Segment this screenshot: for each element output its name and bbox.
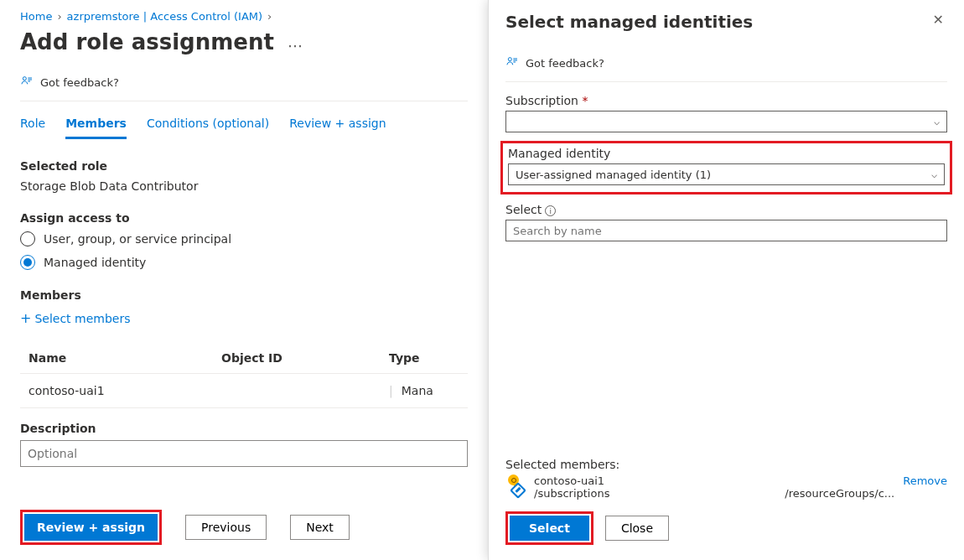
radio-label: Managed identity (44, 256, 146, 269)
feedback-link[interactable]: Got feedback? (20, 75, 468, 101)
breadcrumb: Home › azrpremstore | Access Control (IA… (20, 10, 468, 23)
selected-members-label: Selected members: (505, 458, 947, 471)
main-page: Home › azrpremstore | Access Control (IA… (0, 0, 488, 560)
feedback-icon (20, 75, 34, 91)
tab-members[interactable]: Members (65, 117, 127, 139)
select-managed-identities-flyout: Select managed identities ✕ Got feedback… (488, 0, 964, 560)
tab-conditions[interactable]: Conditions (optional) (147, 117, 269, 139)
member-path-subscriptions: /subscriptions (534, 487, 609, 500)
tab-role[interactable]: Role (20, 117, 45, 139)
col-name: Name (20, 351, 221, 365)
feedback-label: Got feedback? (526, 57, 604, 70)
select-button[interactable]: Select (510, 516, 589, 541)
select-label: Selecti (505, 203, 947, 216)
chevron-down-icon: ⌵ (934, 116, 940, 127)
highlight-review-assign: Review + assign (20, 510, 162, 545)
feedback-icon (505, 55, 519, 71)
col-object-id: Object ID (221, 351, 389, 365)
managed-identity-value: User-assigned managed identity (1) (516, 169, 711, 181)
member-path-resource-groups: /resourceGroups/c... (785, 487, 894, 500)
review-assign-button[interactable]: Review + assign (24, 514, 158, 541)
plus-icon: + (20, 310, 31, 326)
previous-button[interactable]: Previous (185, 515, 267, 540)
radio-icon (20, 255, 35, 270)
radio-managed-identity[interactable]: Managed identity (20, 255, 468, 270)
members-table-header: Name Object ID Type (20, 343, 468, 374)
managed-identity-label: Managed identity (508, 147, 945, 160)
flyout-header: Select managed identities ✕ (505, 12, 947, 32)
left-footer-buttons: Review + assign Previous Next (20, 510, 350, 545)
flyout-footer-buttons: Select Close (505, 511, 669, 545)
radio-user-group-sp[interactable]: User, group, or service principal (20, 231, 468, 246)
next-button[interactable]: Next (290, 515, 350, 540)
required-asterisk: * (582, 94, 588, 107)
select-members-text: Select members (34, 312, 130, 325)
radio-icon (20, 231, 35, 246)
selected-role-label: Selected role (20, 159, 468, 173)
page-title: Add role assignment (20, 29, 274, 54)
managed-identity-icon (505, 474, 526, 495)
feedback-label: Got feedback? (40, 76, 119, 89)
remove-member-link[interactable]: Remove (903, 474, 947, 487)
selected-members-area: Selected members: contoso-uai1 /subscrip… (505, 458, 947, 500)
col-type: Type (389, 351, 468, 365)
table-row[interactable]: contoso-uai1 |Mana (20, 374, 468, 408)
radio-label: User, group, or service principal (44, 232, 231, 246)
cell-type: |Mana (389, 384, 468, 397)
close-button[interactable]: Close (605, 516, 669, 541)
subscription-dropdown[interactable]: ⌵ (505, 111, 947, 132)
chevron-down-icon: ⌵ (931, 169, 937, 180)
info-icon[interactable]: i (545, 205, 556, 216)
flyout-title: Select managed identities (505, 12, 753, 32)
tabs: Role Members Conditions (optional) Revie… (20, 117, 468, 139)
select-members-link[interactable]: + Select members (20, 310, 130, 326)
member-name: contoso-uai1 (534, 474, 894, 487)
member-text: contoso-uai1 /subscriptions /resourceGro… (534, 474, 894, 500)
more-actions-icon[interactable]: ⋯ (288, 37, 303, 54)
page-title-row: Add role assignment ⋯ (20, 29, 468, 54)
search-input[interactable] (505, 220, 947, 241)
description-label: Description (20, 422, 468, 435)
cell-object-id (221, 384, 389, 397)
svg-point-0 (23, 77, 26, 80)
description-input[interactable] (20, 440, 468, 467)
selected-member-row: contoso-uai1 /subscriptions /resourceGro… (505, 474, 947, 500)
svg-point-1 (508, 58, 511, 61)
breadcrumb-home[interactable]: Home (20, 10, 52, 23)
breadcrumb-separator: › (267, 10, 272, 23)
close-icon[interactable]: ✕ (930, 12, 947, 28)
breadcrumb-resource[interactable]: azrpremstore | Access Control (IAM) (67, 10, 262, 23)
members-label: Members (20, 288, 468, 302)
cell-name: contoso-uai1 (20, 384, 221, 397)
highlight-select: Select (505, 511, 593, 545)
selected-role-value: Storage Blob Data Contributor (20, 179, 468, 193)
highlight-managed-identity: Managed identity User-assigned managed i… (500, 141, 952, 194)
breadcrumb-separator: › (57, 10, 61, 23)
managed-identity-dropdown[interactable]: User-assigned managed identity (1) ⌵ (508, 163, 945, 185)
assign-access-label: Assign access to (20, 211, 468, 225)
tab-review[interactable]: Review + assign (289, 117, 386, 139)
assign-access-radio-group: User, group, or service principal Manage… (20, 231, 468, 270)
flyout-feedback-link[interactable]: Got feedback? (505, 49, 947, 82)
subscription-label: Subscription * (505, 94, 947, 107)
